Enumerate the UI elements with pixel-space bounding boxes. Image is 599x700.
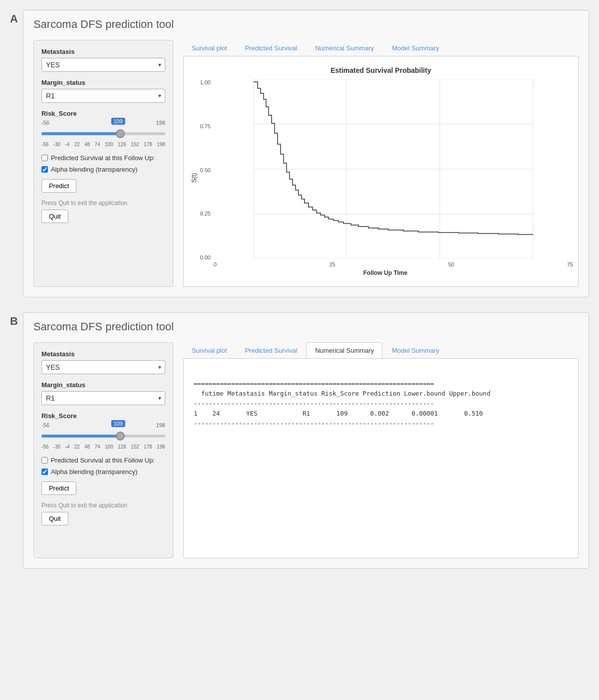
section-b: B Sarcoma DFS prediction tool Metastasis… xyxy=(10,312,589,569)
summary-dashes-top: ========================================… xyxy=(194,380,434,387)
risk-score-slider-b[interactable] xyxy=(41,435,165,438)
quit-text-a: Press Quit to exit the application xyxy=(41,200,165,207)
metastasis-select-b[interactable]: YES NO xyxy=(41,360,165,374)
app-title-b: Sarcoma DFS prediction tool xyxy=(33,320,579,333)
margin-status-select-b[interactable]: R1 R0 R2 xyxy=(41,391,165,405)
y-axis-ticks-a: 1.00 0.75 0.50 0.25 0.00 xyxy=(198,79,214,260)
risk-score-field-a: Risk_Score -56 198 109 -56 -30 xyxy=(41,110,165,147)
checkbox-alpha-label-b: Alpha blending (transparency) xyxy=(51,468,137,475)
risk-score-tick-labels-a: -56 -30 -4 22 48 74 100 126 152 178 198 xyxy=(41,142,165,147)
checkbox-alpha-b[interactable] xyxy=(41,468,48,475)
risk-score-bubble-a: 109 xyxy=(111,118,125,125)
plot-inner-a: 1.00 0.75 0.50 0.25 0.00 xyxy=(198,79,573,260)
plot-area-a: S(t) 1.00 0.75 0.50 0.25 0.00 xyxy=(189,79,573,276)
tab-bar-a: Survival plot Predicted Survival Numeric… xyxy=(183,40,579,56)
summary-row: 1 24 YES R1 109 0.002 0.00001 0.510 xyxy=(194,410,483,417)
tab-predicted-survival-b[interactable]: Predicted Survival xyxy=(237,342,306,358)
risk-score-label-a: Risk_Score xyxy=(41,110,165,117)
tab-bar-b: Survival plot Predicted Survival Numeric… xyxy=(183,342,579,359)
tab-content-a: Estimated Survival Probability S(t) 1.00… xyxy=(183,56,579,287)
app-body-a: Metastasis YES NO ▾ Margin_status R1 xyxy=(33,40,579,287)
risk-score-bubble-b: 109 xyxy=(111,420,125,427)
app-body-b: Metastasis YES NO ▾ Margin_status R1 xyxy=(33,342,579,558)
risk-score-label-b: Risk_Score xyxy=(41,412,165,420)
risk-score-track-wrapper-b: 109 xyxy=(41,429,165,443)
tab-survival-plot-a[interactable]: Survival plot xyxy=(183,40,236,56)
tab-numerical-summary-b[interactable]: Numerical Summary xyxy=(306,342,382,358)
risk-score-slider-a[interactable] xyxy=(41,132,165,135)
summary-dashes-mid: ----------------------------------------… xyxy=(194,400,434,407)
checkbox-alpha-group-a: Alpha blending (transparency) xyxy=(41,166,165,173)
metastasis-label-a: Metastasis xyxy=(41,48,165,55)
checkbox-alpha-group-b: Alpha blending (transparency) xyxy=(41,468,165,475)
margin-status-select-wrapper-b: R1 R0 R2 ▾ xyxy=(41,391,165,405)
margin-status-label-a: Margin_status xyxy=(41,79,165,86)
app-panel-b: Sarcoma DFS prediction tool Metastasis Y… xyxy=(23,312,589,569)
margin-status-select-a[interactable]: R1 R0 R2 xyxy=(41,89,165,103)
checkbox-survival-group-b: Predicted Survival at this Follow Up: xyxy=(41,457,165,464)
risk-score-track-wrapper-a: 109 xyxy=(41,127,165,141)
checkbox-survival-b[interactable] xyxy=(41,457,48,464)
risk-score-range-labels-b: -56 198 xyxy=(41,422,165,428)
metastasis-select-wrapper-a: YES NO ▾ xyxy=(41,58,165,72)
tab-numerical-summary-a[interactable]: Numerical Summary xyxy=(306,40,382,56)
plot-with-xaxis-a: 1.00 0.75 0.50 0.25 0.00 xyxy=(198,79,573,276)
plot-title-a: Estimated Survival Probability xyxy=(189,66,573,74)
metastasis-field-a: Metastasis YES NO ▾ xyxy=(41,48,165,72)
survival-curve-svg-a xyxy=(214,79,573,259)
tab-model-summary-a[interactable]: Model Summary xyxy=(383,40,448,56)
tab-survival-plot-b[interactable]: Survival plot xyxy=(183,342,236,358)
section-b-letter: B xyxy=(10,315,18,328)
app-panel-a: Sarcoma DFS prediction tool Metastasis Y… xyxy=(23,10,589,297)
risk-score-range-labels-a: -56 198 xyxy=(41,120,165,126)
checkbox-alpha-label-a: Alpha blending (transparency) xyxy=(51,166,137,173)
metastasis-field-b: Metastasis YES NO ▾ xyxy=(41,350,165,374)
margin-status-select-wrapper-a: R1 R0 R2 ▾ xyxy=(41,89,165,103)
x-axis-labels-a: 0 25 50 75 xyxy=(198,261,573,267)
checkbox-survival-label-a: Predicted Survival at this Follow Up: xyxy=(51,154,155,162)
risk-score-max-label-b: 198 xyxy=(156,422,165,428)
predict-button-b[interactable]: Predict xyxy=(41,481,76,495)
right-panel-a: Survival plot Predicted Survival Numeric… xyxy=(183,40,579,287)
tab-predicted-survival-a[interactable]: Predicted Survival xyxy=(237,40,306,56)
predict-button-a[interactable]: Predict xyxy=(41,179,76,193)
metastasis-label-b: Metastasis xyxy=(41,350,165,358)
metastasis-select-a[interactable]: YES NO xyxy=(41,58,165,72)
checkbox-survival-group-a: Predicted Survival at this Follow Up: xyxy=(41,154,165,162)
margin-status-field-a: Margin_status R1 R0 R2 ▾ xyxy=(41,79,165,103)
app-title-a: Sarcoma DFS prediction tool xyxy=(33,18,579,31)
numerical-summary-content-b: ========================================… xyxy=(189,364,573,444)
left-panel-a: Metastasis YES NO ▾ Margin_status R1 xyxy=(33,40,173,287)
risk-score-slider-container-a: -56 198 109 -56 -30 -4 22 48 xyxy=(41,120,165,147)
checkbox-survival-a[interactable] xyxy=(41,155,48,161)
quit-button-b[interactable]: Quit xyxy=(41,512,68,525)
tab-content-b: ========================================… xyxy=(183,359,579,558)
risk-score-min-label-a: -56 xyxy=(41,120,49,126)
checkbox-survival-label-b: Predicted Survival at this Follow Up: xyxy=(51,457,155,464)
y-axis-label-a: S(t) xyxy=(189,79,198,276)
quit-text-b: Press Quit to exit the application xyxy=(41,502,165,509)
section-a: A Sarcoma DFS prediction tool Metastasis… xyxy=(10,10,589,297)
risk-score-slider-container-b: -56 198 109 -56 -30 -4 22 48 xyxy=(41,422,165,450)
quit-button-a[interactable]: Quit xyxy=(41,210,68,223)
risk-score-min-label-b: -56 xyxy=(41,422,49,428)
margin-status-label-b: Margin_status xyxy=(41,381,165,389)
margin-status-field-b: Margin_status R1 R0 R2 ▾ xyxy=(41,381,165,405)
metastasis-select-wrapper-b: YES NO ▾ xyxy=(41,360,165,374)
right-panel-b: Survival plot Predicted Survival Numeric… xyxy=(183,342,579,558)
checkbox-alpha-a[interactable] xyxy=(41,166,48,173)
tab-model-summary-b[interactable]: Model Summary xyxy=(383,342,448,358)
section-a-letter: A xyxy=(10,12,18,25)
summary-dashes-bot: ----------------------------------------… xyxy=(194,420,434,427)
risk-score-field-b: Risk_Score -56 198 109 -56 -30 xyxy=(41,412,165,450)
risk-score-tick-labels-b: -56 -30 -4 22 48 74 100 126 152 178 198 xyxy=(41,444,165,450)
x-axis-title-a: Follow Up Time xyxy=(198,269,573,276)
risk-score-max-label-a: 198 xyxy=(156,120,165,126)
plot-svg-a xyxy=(214,79,573,260)
survival-plot-a: Estimated Survival Probability S(t) 1.00… xyxy=(189,61,573,281)
summary-header: futime Metastasis Margin_status Risk_Sco… xyxy=(194,390,491,397)
left-panel-b: Metastasis YES NO ▾ Margin_status R1 xyxy=(33,342,173,558)
